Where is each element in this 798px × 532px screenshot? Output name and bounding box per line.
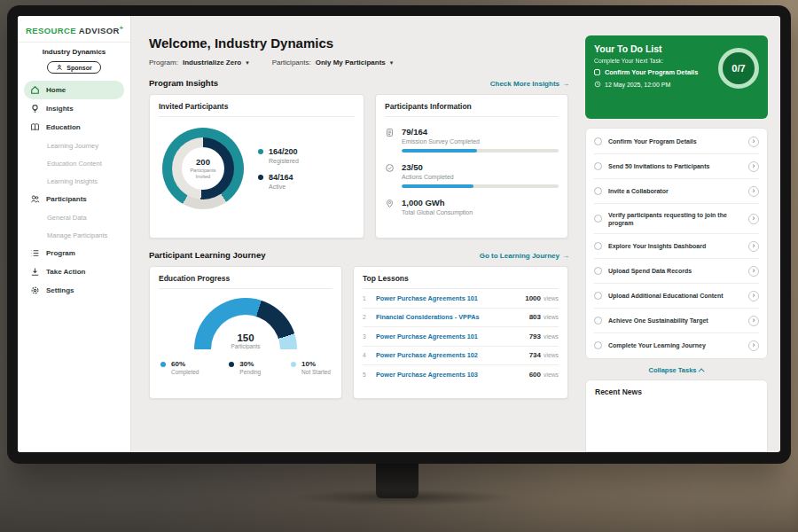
chevron-right-icon[interactable]: › [748, 137, 759, 147]
task-row-confirm-program[interactable]: Confirm Your Program Details › [594, 129, 759, 154]
lesson-row: 2 Financial Considerations - VPPAs 803vi… [363, 309, 559, 328]
task-row-complete-learning-journey[interactable]: Complete Your Learning Journey › [594, 333, 759, 357]
donut-center-label: Participants Invited [185, 168, 221, 179]
chevron-down-icon[interactable]: ▾ [390, 59, 394, 66]
sidebar-item-home[interactable]: Home [24, 81, 124, 99]
lesson-row: 4 Power Purchase Agreements 102 734views [363, 347, 559, 366]
legend-dot [291, 362, 296, 367]
task-label: Achieve One Sustainability Target [608, 317, 742, 325]
collapse-tasks-link[interactable]: Collapse Tasks [585, 366, 768, 374]
stat-actions-completed: 23/50 Actions Completed [385, 162, 559, 188]
chevron-down-icon[interactable]: ▾ [246, 59, 249, 66]
gauge-center-label: Participants [194, 343, 297, 349]
task-label: Complete Your Learning Journey [608, 341, 742, 349]
task-row-upload-educational-content[interactable]: Upload Additional Educational Content › [594, 284, 759, 309]
checkbox-icon[interactable] [594, 69, 600, 75]
lesson-row: 3 Power Purchase Agreements 101 793views [363, 327, 559, 347]
sidebar-item-take-action[interactable]: Take Action [24, 262, 124, 281]
checkbox-icon[interactable] [594, 317, 602, 325]
task-label: Explore Your Insights Dashboard [608, 242, 742, 250]
lesson-link[interactable]: Power Purchase Agreements 102 [376, 351, 478, 359]
lesson-rank: 4 [363, 352, 370, 358]
sidebar-item-insights[interactable]: Insights [24, 99, 124, 118]
lesson-views-word: views [544, 295, 559, 301]
lesson-link[interactable]: Power Purchase Agreements 101 [376, 332, 478, 340]
chevron-right-icon[interactable]: › [748, 340, 759, 351]
clock-icon [594, 81, 601, 88]
sidebar-item-label: General Data [47, 214, 87, 222]
sidebar-item-label: Learning Journey [47, 142, 98, 150]
stat-emission-survey: 79/164 Emission Survey Completed [385, 127, 559, 153]
task-row-send-invitations[interactable]: Send 50 Invitations to Participants › [594, 154, 759, 179]
section-title: Participant Learning Journey [149, 250, 265, 260]
sidebar-item-settings[interactable]: Settings [24, 281, 124, 300]
invited-legend: 164/200 Registered 84/164 Active [258, 147, 299, 190]
lightbulb-icon [30, 104, 40, 113]
chevron-right-icon[interactable]: › [748, 266, 759, 277]
card-title: Top Lessons [363, 274, 559, 289]
task-row-explore-insights[interactable]: Explore Your Insights Dashboard › [594, 234, 759, 259]
due-date-label: 12 May 2025, 12:00 PM [605, 82, 670, 88]
chevron-up-icon [698, 369, 704, 375]
sidebar-item-learning-insights[interactable]: Learning Insights [24, 172, 124, 190]
program-select[interactable]: Industrialize Zero [183, 59, 241, 66]
checkbox-icon[interactable] [594, 215, 602, 223]
checkbox-icon[interactable] [594, 292, 602, 300]
card-title: Participants Information [385, 102, 559, 117]
page-title: Welcome, Industry Dynamics [149, 35, 569, 51]
checkbox-icon[interactable] [594, 341, 602, 349]
link-label: Go to Learning Journey [480, 252, 559, 260]
chevron-right-icon[interactable]: › [748, 214, 759, 224]
lesson-link[interactable]: Power Purchase Agreements 103 [376, 371, 478, 379]
chevron-right-icon[interactable]: › [748, 316, 759, 326]
task-row-achieve-target[interactable]: Achieve One Sustainability Target › [594, 309, 759, 333]
sidebar-item-manage-participants[interactable]: Manage Participants [24, 226, 124, 244]
lesson-link[interactable]: Financial Considerations - VPPAs [376, 313, 480, 321]
checkbox-icon[interactable] [594, 137, 602, 145]
lesson-views-word: views [544, 372, 559, 378]
task-row-invite-collaborator[interactable]: Invite a Collaborator › [594, 179, 759, 204]
legend-item-not-started: 10% Not Started [291, 360, 331, 375]
education-legend: 60% Completed 30% Pending [159, 360, 332, 375]
sidebar-item-program[interactable]: Program [24, 244, 124, 262]
check-more-insights-link[interactable]: Check More Insights→ [490, 80, 569, 88]
chevron-right-icon[interactable]: › [748, 241, 759, 252]
participants-select[interactable]: Only My Participants [316, 59, 386, 66]
program-filter: Program: Industrialize Zero ▾ [149, 59, 249, 66]
sidebar-item-participants[interactable]: Participants [24, 190, 124, 208]
task-label: Upload Additional Educational Content [608, 292, 742, 300]
checkbox-icon[interactable] [594, 187, 602, 195]
lesson-views-word: views [544, 333, 559, 340]
card-title: Invited Participants [159, 102, 355, 117]
chevron-right-icon[interactable]: › [748, 161, 759, 172]
lesson-link[interactable]: Power Purchase Agreements 101 [376, 294, 478, 302]
legend-label: Completed [171, 369, 199, 375]
chevron-right-icon[interactable]: › [748, 291, 759, 301]
chevron-right-icon[interactable]: › [748, 186, 759, 197]
sidebar-item-label: Insights [46, 105, 74, 113]
gear-icon [30, 286, 40, 295]
checkbox-icon[interactable] [594, 242, 602, 250]
sidebar-item-education-content[interactable]: Education Content [24, 154, 124, 172]
lesson-views-word: views [544, 314, 559, 320]
stat-value: 23/50 [402, 162, 559, 172]
go-to-learning-journey-link[interactable]: Go to Learning Journey→ [480, 252, 569, 260]
task-row-upload-spend-data[interactable]: Upload Spend Data Records › [594, 259, 759, 284]
logo-primary: RESOURCE [26, 26, 76, 35]
task-row-verify-participants[interactable]: Verify participants requesting to join t… [594, 204, 759, 234]
location-pin-icon [385, 199, 395, 208]
legend-dot [229, 362, 234, 367]
invited-donut-center: 200 Participants Invited [182, 147, 224, 190]
sidebar-item-education[interactable]: Education [24, 118, 124, 137]
checkbox-icon[interactable] [594, 162, 602, 170]
sponsor-label: Sponsor [66, 65, 91, 71]
lesson-views-count: 1000 [525, 294, 541, 302]
program-filter-label: Program: [149, 59, 178, 66]
lesson-rank: 2 [363, 314, 370, 320]
sidebar-item-learning-journey[interactable]: Learning Journey [24, 137, 124, 154]
sidebar-item-label: Home [46, 86, 66, 94]
sidebar-item-general-data[interactable]: General Data [24, 208, 124, 226]
checkbox-icon[interactable] [594, 267, 602, 275]
legend-label: Not Started [301, 369, 331, 375]
sidebar-item-label: Participants [46, 195, 87, 203]
